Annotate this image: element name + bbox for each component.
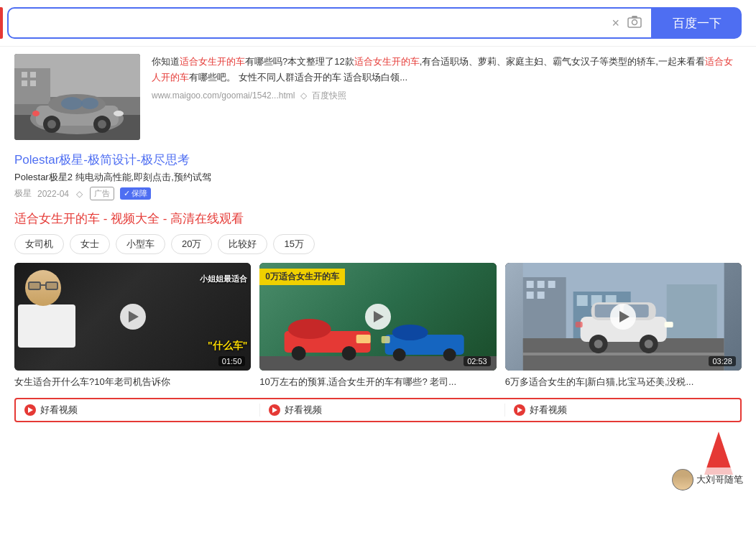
video-card-3[interactable]: 03:28 6万多适合女生的车|新白猫,比宝马还美,没税...	[505, 263, 742, 392]
svg-rect-54	[664, 322, 673, 327]
svg-point-28	[392, 325, 428, 340]
v2-label: 0万适合女生开的车	[259, 269, 345, 285]
video-thumb-2: 0万适合女生开的车	[259, 263, 496, 371]
svg-rect-34	[526, 281, 533, 288]
svg-rect-38	[537, 292, 544, 299]
result-text-prefix: 你知道	[152, 56, 180, 67]
first-result: 你知道适合女生开的车有哪些吗?本文整理了12款适合女生开的车,有合适职场、萝莉、…	[14, 54, 742, 140]
play-button-1[interactable]	[120, 304, 146, 330]
svg-rect-9	[30, 80, 36, 86]
ad-label-badge: 广告	[90, 187, 114, 200]
content-area: 你知道适合女生开的车有哪些吗?本文整理了12款适合女生开的车,有合适职场、萝莉、…	[0, 47, 756, 437]
ad-date: 2022-04	[37, 189, 69, 199]
haokan-label-1: 好看视频	[40, 404, 78, 417]
svg-point-17	[47, 120, 56, 129]
tag-female-driver[interactable]: 女司机	[14, 234, 64, 254]
search-input[interactable]: 适合女生开的车	[17, 16, 612, 31]
svg-point-19	[98, 120, 106, 129]
ad-source: 极星	[14, 187, 32, 200]
svg-point-23	[288, 319, 331, 339]
haokan-icon-2	[269, 404, 280, 416]
svg-rect-8	[22, 80, 27, 86]
svg-point-1	[632, 19, 637, 24]
svg-rect-55	[575, 322, 582, 327]
haokan-icon-3	[514, 404, 525, 416]
tag-200k[interactable]: 20万	[171, 234, 212, 254]
video-duration-2: 02:53	[464, 356, 491, 366]
play-button-3[interactable]	[610, 304, 636, 330]
tag-150k[interactable]: 15万	[273, 234, 314, 254]
haokan-play-tri-1	[28, 407, 33, 413]
v1-text-label2: "什么车"	[208, 340, 247, 353]
play-button-2[interactable]	[365, 304, 391, 330]
video-card-2[interactable]: 0万适合女生开的车	[259, 263, 496, 392]
result-text-mid1: 有哪些吗?本文整理了12款	[245, 56, 354, 67]
svg-rect-6	[22, 72, 27, 78]
video-grid: 小姐姐最适合 "什么车" 01:50 女生适合开什么车?10年老司机告诉你 0万…	[14, 263, 742, 392]
svg-rect-7	[30, 72, 36, 78]
camera-icon[interactable]	[627, 14, 642, 33]
tag-compare[interactable]: 比较好	[218, 234, 267, 254]
v1-text-label: 小姐姐最适合	[200, 274, 247, 284]
search-input-container: 适合女生开的车 ×	[7, 7, 653, 39]
result-thumbnail	[14, 54, 140, 140]
svg-rect-36	[548, 281, 555, 288]
kuaipai-link[interactable]: 百度快照	[312, 90, 346, 101]
search-button[interactable]: 百度一下	[653, 7, 742, 39]
haokan-icon-1	[24, 404, 36, 416]
result-keyword2: 适合女生开的车	[354, 56, 420, 67]
result-keyword1: 适合女生开的车	[180, 56, 245, 67]
ad-meta: 极星 2022-04 ◇ 广告 ✓ 保障	[14, 187, 742, 200]
watermark-face	[673, 470, 693, 490]
check-icon: ✓	[124, 189, 130, 198]
result-url-text: www.maigoo.com/goomai/1542...html	[152, 90, 295, 101]
video-card-1[interactable]: 小姐姐最适合 "什么车" 01:50 女生适合开什么车?10年老司机告诉你	[14, 263, 251, 392]
play-triangle-3	[619, 311, 630, 322]
haokan-label-2: 好看视频	[285, 404, 322, 417]
baozhang-badge: ✓ 保障	[120, 187, 151, 200]
video-duration-3: 03:28	[709, 356, 736, 366]
tag-small-car[interactable]: 小型车	[116, 234, 165, 254]
video-tags: 女司机 女士 小型车 20万 比较好 15万	[14, 234, 742, 254]
video-duration-1: 01:50	[218, 356, 246, 366]
play-triangle-2	[374, 311, 384, 322]
tag-female[interactable]: 女士	[70, 234, 110, 254]
watermark-text: 大刘哥随笔	[666, 467, 749, 492]
clear-icon[interactable]: ×	[612, 16, 619, 31]
result-url: www.maigoo.com/goomai/1542...html ◇ 百度快照	[152, 88, 742, 103]
svg-rect-31	[382, 336, 390, 343]
svg-rect-35	[537, 281, 544, 288]
ad-description: Polestar极星2 纯电动高性能,即刻点击,预约试驾	[14, 171, 742, 184]
watermark-avatar	[672, 469, 693, 490]
svg-rect-45	[522, 353, 724, 355]
svg-point-20	[114, 111, 124, 116]
svg-point-25	[342, 346, 356, 360]
haokan-label-3: 好看视频	[530, 404, 567, 417]
svg-rect-2	[632, 16, 637, 18]
ad-title-link[interactable]: Polestar极星-极简设计-极尽思考	[14, 152, 742, 168]
video-section: 适合女生开的车 - 视频大全 - 高清在线观看 女司机 女士 小型车 20万 比…	[14, 210, 742, 422]
svg-point-24	[292, 346, 306, 360]
search-bar: 适合女生开的车 × 百度一下	[0, 0, 756, 47]
svg-rect-37	[526, 292, 533, 299]
haokan-play-tri-2	[272, 407, 277, 413]
result-description: 你知道适合女生开的车有哪些吗?本文整理了12款适合女生开的车,有合适职场、萝莉、…	[152, 54, 742, 140]
svg-point-30	[443, 348, 456, 361]
svg-point-14	[61, 97, 83, 110]
haokan-item-2[interactable]: 好看视频	[259, 404, 495, 417]
ad-block: Polestar极星-极简设计-极尽思考 Polestar极星2 纯电动高性能,…	[14, 152, 742, 200]
haokan-item-1[interactable]: 好看视频	[16, 404, 251, 417]
video-section-title-link[interactable]: 适合女生开的车 - 视频大全 - 高清在线观看	[14, 210, 742, 227]
watermark: 大刘哥随笔	[666, 432, 749, 492]
video-desc-2: 10万左右的预算,适合女生开的车有哪些? 老司...	[259, 375, 496, 389]
haokan-item-3[interactable]: 好看视频	[504, 404, 740, 417]
svg-point-29	[393, 348, 406, 361]
haokan-play-tri-3	[517, 407, 522, 413]
svg-point-51	[594, 340, 602, 348]
result-text-end: 有哪些吧。 女性不同人群适合开的车 适合职场白领...	[189, 72, 407, 83]
video-thumb-1: 小姐姐最适合 "什么车" 01:50	[14, 263, 251, 371]
result-text-mid2: ,有合适职场、萝莉、家庭主妇、霸气女汉子等类型的轿车,一起来看看	[420, 56, 705, 67]
video-thumb-3: 03:28	[505, 263, 742, 371]
svg-rect-26	[356, 335, 371, 343]
svg-point-15	[81, 98, 98, 109]
